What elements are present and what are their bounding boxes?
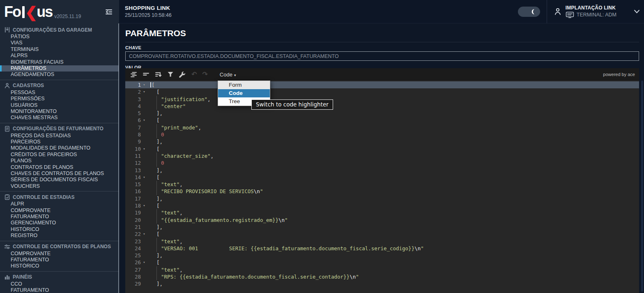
line-number: 22 <box>125 231 141 238</box>
section-header-controle-de-estadias[interactable]: CONTROLE DE ESTADIAS <box>0 193 119 201</box>
sidebar-item-parceiros[interactable]: PARCEIROS <box>0 139 119 145</box>
fold-spacer <box>141 195 147 202</box>
code-line-10: 10▾ [ <box>125 145 639 152</box>
sidebar-item-agendamentos[interactable]: AGENDAMENTOS <box>0 72 119 78</box>
version-label: v2025.11.19 <box>54 14 81 23</box>
section-header-paineis[interactable]: PAINÉIS <box>0 273 119 281</box>
chevron-down-icon[interactable] <box>634 9 640 14</box>
title-divider <box>125 42 639 42</box>
section-header-cadastros[interactable]: CADASTROS <box>0 81 119 90</box>
line-number: 17 <box>125 195 141 202</box>
redo-icon[interactable]: ↷ <box>202 72 207 77</box>
page-scrollbar[interactable] <box>641 81 643 292</box>
sidebar-item-faturamento[interactable]: FATURAMENTO <box>0 287 119 293</box>
fold-icon[interactable]: ▾ <box>141 259 147 266</box>
mode-switcher-button[interactable]: Code▾ <box>220 72 236 78</box>
sort-icon[interactable] <box>155 71 162 78</box>
section-header-configuracoes-da-garagem[interactable]: CONFIGURAÇÕES DA GARAGEM <box>0 25 119 34</box>
code-line-6: 6▾ [ <box>125 117 639 124</box>
sidebar-item-cco[interactable]: CCO <box>0 281 119 287</box>
fold-spacer <box>141 188 147 195</box>
line-text: ], <box>147 252 639 259</box>
sidebar-item-gerenciamento[interactable]: GERENCIAMENTO <box>0 220 119 226</box>
chave-input[interactable] <box>125 51 639 61</box>
sidebar-item-faturamento[interactable]: FATURAMENTO <box>0 214 119 220</box>
sidebar-item-parametros[interactable]: PARÂMETROS <box>0 65 119 72</box>
line-number: 20 <box>125 217 141 224</box>
menu-item-form[interactable]: Form <box>218 81 270 89</box>
sidebar-item-vias[interactable]: VIAS <box>0 40 119 46</box>
line-text: "text", <box>147 266 639 273</box>
fold-spacer <box>141 280 147 287</box>
brand-logo[interactable]: Fo❮us <box>4 4 52 20</box>
sidebar-item-comprovante[interactable]: COMPROVANTE <box>0 208 119 214</box>
code-line-25: 25 ], <box>125 252 639 259</box>
json-editor[interactable]: ↶↷ Code▾ powered by ace 1▾[2▾ [3 "justif… <box>125 68 639 293</box>
sidebar-item-pessoas[interactable]: PESSOAS <box>0 90 119 96</box>
collapse-sidebar-icon[interactable] <box>104 7 113 16</box>
text-cursor <box>150 82 151 88</box>
editor-toolbar: ↶↷ Code▾ powered by ace <box>125 68 639 81</box>
fold-icon[interactable]: ▾ <box>141 231 147 238</box>
code-line-18: 18▾ [ <box>125 202 639 209</box>
sidebar-item-chaves-mestras[interactable]: CHAVES MESTRAS <box>0 115 119 121</box>
line-number: 26 <box>125 259 141 266</box>
sidebar-item-monitoramento[interactable]: MONITORAMENTO <box>0 108 119 115</box>
fold-spacer <box>141 217 147 224</box>
sidebar-item-patios[interactable]: PÁTIOS <box>0 34 119 40</box>
sidebar-item-precos-das-estadias[interactable]: PREÇOS DAS ESTADIAS <box>0 133 119 139</box>
sidebar-item-vouchers[interactable]: VOUCHERS <box>0 183 119 189</box>
fold-icon[interactable]: ▾ <box>141 145 147 152</box>
fold-icon[interactable]: ▾ <box>141 117 147 124</box>
sidebar-item-historico[interactable]: HISTÓRICO <box>0 263 119 269</box>
code-line-20: 20 "{{estadia_faturamento.registrado_em}… <box>125 217 639 224</box>
account-menu[interactable]: IMPLANTAÇÃO LINK TERMINAL: ADM <box>547 0 621 23</box>
sidebar-item-planos[interactable]: PLANOS <box>0 158 119 164</box>
fold-spacer <box>141 273 147 280</box>
sidebar-item-modalidades-de-pagamento[interactable]: MODALIDADES DE PAGAMENTO <box>0 145 119 151</box>
sidebar-item-biometrias-faciais[interactable]: BIOMETRIAS FACIAIS <box>0 59 119 65</box>
main-content: PARÂMETROS CHAVE VALOR ↶↷ Code▾ powered … <box>119 23 644 293</box>
sidebar-item-historico[interactable]: HISTÓRICO <box>0 226 119 233</box>
fold-icon[interactable]: ▾ <box>141 81 147 88</box>
sidebar: Fo❮us v2025.11.19 CONFIGURAÇÕES DA GARAG… <box>0 0 119 293</box>
sidebar-item-terminais[interactable]: TERMINAIS <box>0 46 119 53</box>
sidebar-item-alpr[interactable]: ALPR <box>0 201 119 207</box>
section-title: CONFIGURAÇÕES DA GARAGEM <box>13 27 92 33</box>
code-line-7: 7 "print_mode", <box>125 124 639 131</box>
sidebar-item-series-de-documentos-fiscais[interactable]: SÉRIES DE DOCUMENTOS FISCAIS <box>0 177 119 183</box>
menu-item-code[interactable]: Code <box>218 89 270 97</box>
sidebar-item-permissoes[interactable]: PERMISSÕES <box>0 96 119 102</box>
section-header-controle-de-contratos-de-planos[interactable]: CONTROLE DE CONTRATOS DE PLANOS <box>0 242 119 251</box>
sidebar-item-usuarios[interactable]: USUÁRIOS <box>0 102 119 108</box>
sidebar-item-alprs[interactable]: ALPRS <box>0 53 119 59</box>
section-header-configuracoes-de-faturamento[interactable]: CONFIGURAÇÕES DE FATURAMENTO <box>0 125 119 133</box>
sidebar-item-faturamento[interactable]: FATURAMENTO <box>0 257 119 263</box>
line-number: 1 <box>125 81 141 88</box>
sidebar-item-chaves-de-contratos-de-planos[interactable]: CHAVES DE CONTRATOS DE PLANOS <box>0 171 119 177</box>
section-divider <box>0 80 119 80</box>
code-line-22: 22▾ [ <box>125 231 639 238</box>
sidebar-item-contratos-de-planos[interactable]: CONTRATOS DE PLANOS <box>0 164 119 171</box>
line-number: 4 <box>125 103 141 110</box>
filter-icon[interactable] <box>167 71 174 78</box>
code-area[interactable]: 1▾[2▾ [3 "justification",4 "center"5 ],6… <box>125 81 639 293</box>
fold-icon[interactable]: ▾ <box>141 88 147 95</box>
sidebar-scrollbar[interactable] <box>118 23 119 293</box>
clipboard-check-icon <box>3 194 11 200</box>
repair-icon[interactable] <box>179 71 186 78</box>
user-icon <box>554 7 562 16</box>
fold-icon[interactable]: ▾ <box>141 174 147 181</box>
compact-icon[interactable] <box>143 71 150 78</box>
code-line-4: 4 "center" <box>125 103 639 110</box>
dark-mode-toggle[interactable] <box>518 7 540 17</box>
sidebar-item-comprovante[interactable]: COMPROVANTE <box>0 251 119 257</box>
code-line-17: 17 ], <box>125 195 639 202</box>
sidebar-item-registro[interactable]: REGISTRO <box>0 233 119 239</box>
undo-icon[interactable]: ↶ <box>191 72 197 77</box>
section-divider <box>0 123 119 123</box>
fold-icon[interactable]: ▾ <box>141 202 147 209</box>
powered-by-ace-link[interactable]: powered by ace <box>603 72 635 77</box>
sidebar-item-creditos-de-parceiros[interactable]: CRÉDITOS DE PARCEIROS <box>0 152 119 158</box>
format-icon[interactable] <box>130 71 137 78</box>
